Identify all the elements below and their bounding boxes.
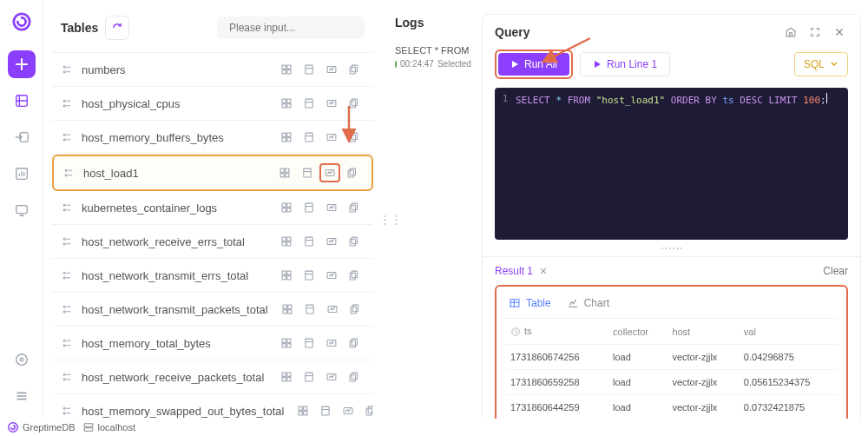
run-line-button[interactable]: Run Line 1 (580, 52, 670, 76)
nav-dashboard-icon[interactable] (8, 160, 36, 188)
action-columns-icon[interactable] (276, 60, 297, 79)
close-icon[interactable] (831, 23, 848, 41)
nav-ingest-icon[interactable] (8, 123, 36, 151)
action-copy-icon[interactable] (360, 401, 373, 419)
svg-point-29 (63, 139, 65, 141)
action-details-icon[interactable] (299, 367, 319, 386)
action-chart-icon[interactable] (321, 94, 342, 113)
drag-handle-icon[interactable]: ⋮⋮ (379, 213, 402, 226)
resize-handle-icon[interactable]: ⋯⋯ (483, 240, 860, 256)
action-columns-icon[interactable] (276, 232, 297, 251)
sql-editor[interactable]: 1 SELECT * FROM "host_load1" ORDER BY ts… (495, 88, 848, 240)
action-columns-icon[interactable] (274, 163, 295, 182)
action-copy-icon[interactable] (344, 128, 365, 147)
action-columns-icon[interactable] (276, 334, 297, 353)
action-details-icon[interactable] (299, 198, 319, 217)
action-chart-icon[interactable] (321, 266, 342, 285)
table-row[interactable]: host_network_receive_packets_total (52, 360, 373, 394)
table-row[interactable]: host_memory_total_bytes (52, 327, 373, 360)
table-actions (276, 266, 365, 285)
language-select[interactable]: SQL (794, 52, 848, 76)
action-details-icon[interactable] (297, 163, 318, 182)
action-details-icon[interactable] (299, 94, 319, 113)
run-all-button[interactable]: Run All (498, 53, 569, 76)
action-columns-icon[interactable] (276, 128, 297, 147)
table-row[interactable]: host_network_transmit_packets_total (52, 293, 373, 327)
svg-rect-91 (287, 339, 291, 342)
action-details-icon[interactable] (299, 266, 319, 285)
svg-rect-10 (282, 65, 286, 69)
table-row[interactable]: host_network_transmit_errs_total (52, 259, 373, 293)
action-chart-icon[interactable] (321, 128, 342, 147)
column-header[interactable]: ts (505, 319, 608, 345)
svg-rect-82 (283, 310, 286, 314)
search-box[interactable] (217, 17, 365, 39)
action-columns-icon[interactable] (293, 401, 313, 419)
action-chart-icon[interactable] (321, 198, 342, 217)
refresh-icon[interactable] (105, 16, 129, 40)
action-copy-icon[interactable] (342, 163, 363, 182)
action-chart-icon[interactable] (338, 401, 358, 419)
action-copy-icon[interactable] (344, 367, 365, 386)
result-tab[interactable]: Result 1 × (495, 264, 547, 278)
action-columns-icon[interactable] (277, 300, 298, 319)
log-item[interactable]: SELECT * FROM "h00:24:47Selected (386, 42, 469, 69)
svg-rect-93 (287, 344, 291, 347)
action-copy-icon[interactable] (345, 300, 365, 319)
clear-button[interactable]: Clear (823, 265, 848, 277)
column-header[interactable]: host (667, 319, 738, 345)
svg-rect-14 (306, 65, 312, 74)
table-row[interactable]: numbers (52, 53, 373, 87)
column-header[interactable]: collector (608, 319, 667, 345)
chevron-down-icon (830, 60, 838, 69)
action-chart-icon[interactable] (321, 367, 342, 386)
footer: GreptimeDB localhost (0, 419, 868, 436)
action-copy-icon[interactable] (344, 94, 365, 113)
status-icon[interactable] (8, 346, 36, 373)
action-details-icon[interactable] (299, 60, 319, 79)
export-icon[interactable] (782, 23, 799, 41)
add-button[interactable] (8, 50, 36, 78)
svg-point-108 (63, 407, 65, 409)
svg-point-19 (63, 105, 65, 107)
action-columns-icon[interactable] (276, 198, 297, 217)
action-columns-icon[interactable] (276, 266, 297, 285)
table-row[interactable]: host_network_receive_errs_total (52, 225, 373, 259)
menu-icon[interactable] (8, 382, 36, 410)
action-details-icon[interactable] (299, 334, 319, 353)
action-chart-icon[interactable] (321, 232, 342, 251)
result-close-icon[interactable]: × (540, 264, 547, 278)
action-details-icon[interactable] (315, 401, 336, 419)
fullscreen-icon[interactable] (806, 23, 824, 41)
action-chart-icon[interactable] (322, 300, 343, 319)
action-copy-icon[interactable] (344, 198, 365, 217)
table-type-icon (61, 201, 73, 214)
action-copy-icon[interactable] (344, 232, 365, 251)
table-row[interactable]: kubernetes_container_logs (52, 191, 373, 225)
action-columns-icon[interactable] (276, 94, 297, 113)
column-header[interactable]: val (739, 319, 838, 345)
action-chart-icon[interactable] (319, 163, 340, 182)
action-copy-icon[interactable] (344, 266, 365, 285)
nav-monitor-icon[interactable] (8, 196, 36, 224)
table-row[interactable]: host_physical_cpus (52, 87, 373, 121)
table-name: host_physical_cpus (82, 97, 267, 110)
search-input[interactable] (229, 22, 359, 34)
brand-label: GreptimeDB (23, 422, 76, 433)
action-details-icon[interactable] (299, 232, 319, 251)
action-copy-icon[interactable] (344, 60, 365, 79)
svg-rect-56 (352, 203, 357, 210)
action-details-icon[interactable] (299, 300, 320, 319)
nav-tables-icon[interactable] (8, 87, 36, 115)
svg-rect-72 (282, 276, 286, 280)
tab-chart[interactable]: Chart (567, 297, 609, 309)
action-chart-icon[interactable] (321, 334, 342, 353)
action-copy-icon[interactable] (344, 334, 365, 353)
action-chart-icon[interactable] (321, 60, 342, 79)
action-columns-icon[interactable] (276, 367, 297, 386)
table-row[interactable]: host_load1 (52, 155, 373, 191)
tab-table[interactable]: Table (509, 297, 551, 309)
table-row[interactable]: host_memory_buffers_bytes (52, 121, 373, 155)
table-row[interactable]: host_memory_swapped_out_bytes_total (52, 394, 373, 419)
action-details-icon[interactable] (299, 128, 319, 147)
